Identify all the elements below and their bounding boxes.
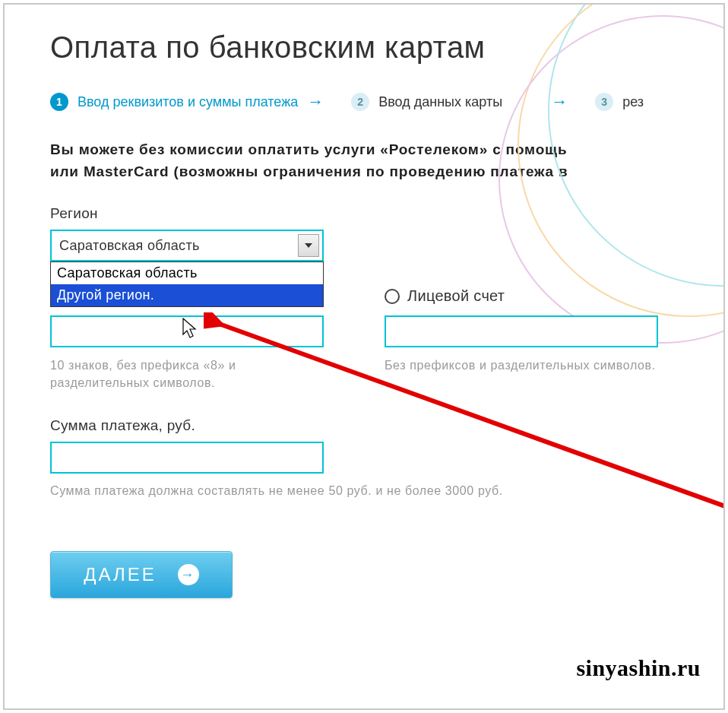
region-selected-value: Саратовская область [59,238,200,254]
step-2-label: Ввод данных карты [378,94,502,110]
step-2-badge: 2 [351,93,369,111]
step-3-label: рез [622,94,644,110]
region-option-saratov[interactable]: Саратовская область [51,262,323,284]
region-dropdown: Саратовская область Другой регион. [50,261,324,307]
region-select[interactable]: Саратовская область [50,230,324,261]
watermark: sinyashin.ru [576,655,701,681]
region-option-other[interactable]: Другой регион. [51,284,323,306]
account-hint: Без префиксов и разделительных символов. [385,356,658,374]
next-button-label: ДАЛЕЕ [84,564,157,585]
account-radio[interactable] [385,289,400,304]
step-1-badge: 1 [50,93,68,111]
intro-text: Вы можете без комиссии оплатить услуги «… [50,139,723,182]
chevron-down-icon [305,243,312,248]
step-arrow-icon: → [307,92,322,112]
amount-label: Сумма платежа, руб. [50,417,723,434]
amount-input[interactable] [50,442,324,474]
step-3-badge: 3 [595,93,613,111]
page-title: Оплата по банковским картам [50,30,723,65]
account-input[interactable] [385,315,658,347]
amount-hint: Сумма платежа должна составлять не менее… [50,484,723,498]
dropdown-toggle-button[interactable] [298,234,319,257]
phone-input[interactable] [50,315,324,347]
step-1-label: Ввод реквизитов и суммы платежа [78,94,298,110]
region-label: Регион [50,205,723,222]
steps-bar: 1 Ввод реквизитов и суммы платежа → 2 Вв… [50,92,723,112]
phone-hint: 10 знаков, без префикса «8» и разделител… [50,356,324,391]
step-arrow-icon: → [551,92,566,112]
next-button[interactable]: ДАЛЕЕ → [50,551,233,598]
account-radio-label: Лицевой счет [407,287,505,305]
arrow-right-icon: → [178,564,199,585]
